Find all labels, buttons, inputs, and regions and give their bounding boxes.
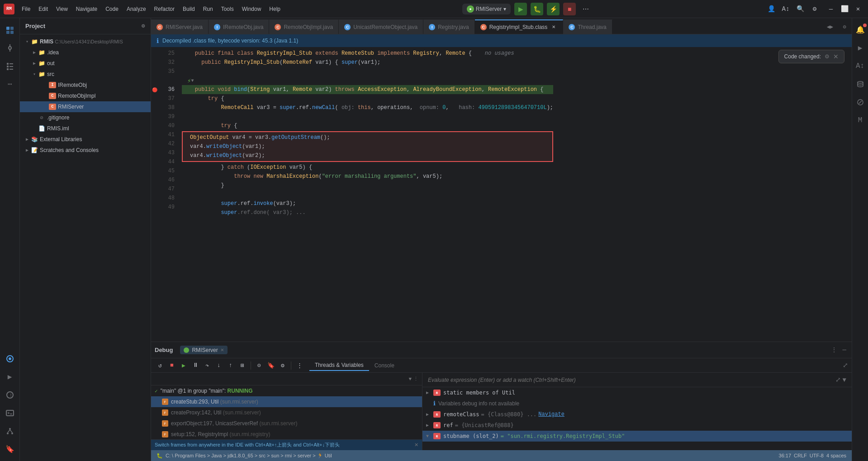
user-button[interactable]: 👤	[765, 3, 778, 15]
right-notifications-button[interactable]: 🔔	[852, 22, 868, 38]
run-button[interactable]: ▶	[514, 3, 527, 15]
tab-more-button[interactable]: ◀ ▶	[823, 19, 837, 34]
tree-item-remoteobjimpl[interactable]: C RemoteObjImpl	[20, 90, 151, 101]
menu-edit[interactable]: Edit	[35, 4, 52, 14]
tab-settings-button[interactable]: ⚙	[837, 19, 852, 34]
tab-console[interactable]: Console	[369, 361, 400, 371]
tree-item-idea[interactable]: ▶ 📁 .idea	[20, 47, 151, 58]
tab-remoteobjimpl[interactable]: C RemoteObjImpl.java	[269, 19, 339, 34]
var-item-stubname[interactable]: ▼ R stubname (slot_2) = "sun.rmi.registr…	[422, 431, 852, 442]
code-content[interactable]: public final class RegistryImpl_Stub ext…	[178, 47, 553, 342]
debug-pause-button[interactable]: ⏸	[190, 360, 201, 371]
more-run-button[interactable]: ⋯	[579, 3, 592, 15]
stack-frame-exportobject[interactable]: F exportObject:197, UnicastServerRef (su…	[151, 418, 422, 429]
tab-threads-variables[interactable]: Threads & Variables	[309, 360, 369, 371]
var-item-static[interactable]: ▶ R static members of Util	[422, 387, 852, 398]
status-encoding[interactable]: UTF-8	[810, 453, 824, 458]
debug-evaluate-button[interactable]: ⊞	[237, 360, 248, 371]
tree-item-rmisiml[interactable]: 📄 RMIS.iml	[20, 123, 151, 134]
debug-tool-button[interactable]	[2, 351, 18, 367]
tab-iremoteobj[interactable]: I IRemoteObj.java	[209, 19, 269, 34]
code-editor[interactable]: Code changed: ⚙ ✕ 25 32 35 36 🔴 37 38 39	[151, 47, 852, 342]
debug-panel-more-button[interactable]: ⋮	[829, 344, 839, 356]
minimize-button[interactable]: —	[825, 3, 837, 15]
plugins-tool-button[interactable]: ⋯	[2, 76, 18, 92]
right-run-button[interactable]: ▶	[852, 40, 868, 56]
debug-resume-button[interactable]: ▶	[178, 360, 189, 371]
run-dashboard-button[interactable]: ▶	[2, 369, 18, 385]
debug-panel-minimize-button[interactable]: —	[841, 344, 848, 356]
debug-settings-button[interactable]: ⚙	[277, 360, 288, 371]
right-translate-button[interactable]: A↕	[852, 58, 868, 74]
stack-frame-createproxy[interactable]: F createProxy:142, Util (sun.rmi.server)	[151, 407, 422, 418]
var-nav-remoteclass[interactable]: Navigate	[538, 411, 564, 418]
debug-bookmarks-button[interactable]: 🔖	[266, 360, 276, 371]
tree-item-rmiserver[interactable]: C RMIServer	[20, 101, 151, 112]
eval-expression-input[interactable]	[428, 377, 834, 383]
status-indent[interactable]: 4 spaces	[826, 453, 846, 458]
thread-filter-icon[interactable]: ▼	[408, 376, 412, 382]
stack-frame-setup[interactable]: F setup:152, RegistryImpl (sun.rmi.regis…	[151, 429, 422, 440]
translate-button[interactable]: A↕	[779, 3, 792, 15]
tree-item-extlibs[interactable]: ▶ 📚 External Libraries	[20, 134, 151, 145]
var-item-ref[interactable]: ▶ R ref = {UnicastRef@888}	[422, 420, 852, 431]
menu-run[interactable]: Run	[199, 4, 217, 14]
debug-expand-button[interactable]: ⤢	[843, 361, 848, 369]
right-database-button[interactable]	[852, 76, 868, 92]
menu-file[interactable]: File	[18, 4, 34, 14]
debug-step-into-button[interactable]: ↓	[213, 360, 224, 371]
tab-close-registryimpl[interactable]: ✕	[550, 24, 557, 31]
menu-refactor[interactable]: Refactor	[151, 4, 178, 14]
close-button[interactable]: ✕	[852, 3, 864, 15]
commit-tool-button[interactable]	[2, 40, 18, 56]
project-tool-button[interactable]	[2, 22, 18, 38]
tab-unicast[interactable]: C UnicastRemoteObject.java	[339, 19, 423, 34]
menu-tools[interactable]: Tools	[218, 4, 237, 14]
debug-button[interactable]: 🐛	[531, 3, 543, 15]
tab-registryimpl[interactable]: C RegistryImpl_Stub.class ✕	[475, 19, 564, 34]
status-breadcrumb[interactable]: C: \ Program Files > Java > jdk1.8.0_65 …	[166, 453, 332, 459]
debug-stop-button[interactable]: ■	[166, 360, 177, 371]
thread-main[interactable]: ✓ "main" @1 in group "main": RUNNING	[151, 385, 422, 396]
tab-registry[interactable]: I Registry.java	[423, 19, 474, 34]
menu-build[interactable]: Build	[179, 4, 199, 14]
sidebar-options-icon[interactable]: ⚙	[141, 24, 145, 29]
tab-thread[interactable]: C Thread.java	[563, 19, 612, 34]
tree-item-out[interactable]: ▶ 📁 out	[20, 58, 151, 69]
tree-item-scratches[interactable]: ▶ 📝 Scratches and Consoles	[20, 145, 151, 156]
terminal-button[interactable]	[2, 405, 18, 421]
eval-more-button[interactable]: ▼	[843, 376, 846, 384]
tree-item-rmis[interactable]: ▾ 📁 RMIS C:\Users\14341\Desktop\RMIS	[20, 36, 151, 47]
debug-server-tab-close[interactable]: ✕	[221, 347, 224, 353]
right-gradle-button[interactable]	[852, 94, 868, 110]
code-changed-gear-icon[interactable]: ⚙	[825, 53, 830, 60]
thread-expand-icon[interactable]: ⋮	[413, 376, 418, 382]
debug-step-out-button[interactable]: ↑	[225, 360, 236, 371]
debug-restart-button[interactable]: ↺	[155, 360, 166, 371]
menu-analyze[interactable]: Analyze	[123, 4, 150, 14]
menu-window[interactable]: Window	[238, 4, 265, 14]
status-position[interactable]: 36:17	[779, 453, 792, 458]
structure-tool-button[interactable]	[2, 58, 18, 74]
settings-button[interactable]: ⚙	[808, 3, 821, 15]
tree-item-iremoteobj[interactable]: I IRemoteObj	[20, 80, 151, 90]
debug-server-tab[interactable]: RMIServer ✕	[180, 346, 228, 354]
stack-frame-createstub[interactable]: F createStub:293, Util (sun.rmi.server)	[151, 396, 422, 407]
code-changed-close-button[interactable]: ✕	[833, 53, 839, 60]
debug-mute-button[interactable]: ⊝	[254, 360, 265, 371]
problems-button[interactable]: !	[2, 387, 18, 403]
services-button[interactable]	[2, 423, 18, 439]
tree-item-src[interactable]: ▾ 📁 src	[20, 69, 151, 80]
tree-item-gitignore[interactable]: ⊘ .gitignore	[20, 112, 151, 123]
eval-expand-button[interactable]: ⤢	[835, 376, 841, 384]
menu-navigate[interactable]: Navigate	[72, 4, 101, 14]
bookmarks-button[interactable]: 🔖	[2, 441, 18, 457]
menu-view[interactable]: View	[52, 4, 71, 14]
search-everywhere-button[interactable]: 🔍	[794, 3, 806, 15]
profile-button[interactable]: ⚡	[547, 3, 560, 15]
tab-rmiserver[interactable]: C RMIServer.java	[151, 19, 209, 34]
menu-help[interactable]: Help	[266, 4, 284, 14]
right-maven-button[interactable]: M	[852, 112, 868, 128]
debug-footer-close[interactable]: ✕	[414, 442, 418, 448]
menu-code[interactable]: Code	[102, 4, 122, 14]
